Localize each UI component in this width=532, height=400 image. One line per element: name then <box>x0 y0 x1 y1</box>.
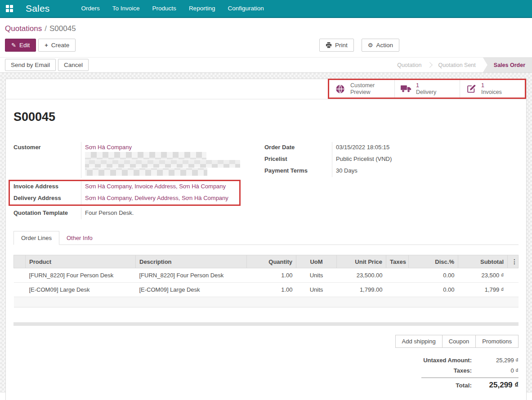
order-lines-table: Product Description Quantity UoM Unit Pr… <box>13 255 519 307</box>
left-field-group: Customer Sơn Hà Company Invoice Address … <box>13 142 252 219</box>
table-header-row: Product Description Quantity UoM Unit Pr… <box>14 255 519 268</box>
printer-icon <box>326 42 332 48</box>
order-date-value: 03/15/2022 18:05:15 <box>332 142 519 154</box>
cell-subtotal: 23,500 ₫ <box>458 268 508 283</box>
nav-item-products[interactable]: Products <box>146 0 183 18</box>
redacted-address-block <box>85 152 252 176</box>
column-uom[interactable]: UoM <box>296 255 337 268</box>
cell-uom: Units <box>296 268 337 283</box>
breadcrumb-current: S00045 <box>49 24 76 33</box>
taxes-value: 0 ₫ <box>472 367 519 374</box>
invoice-address-row: Invoice Address Sơn Hà Company, Invoice … <box>13 181 239 193</box>
step-quotation[interactable]: Quotation <box>390 58 429 72</box>
column-taxes[interactable]: Taxes <box>386 255 409 268</box>
delivery-address-link[interactable]: Sơn Hà Company, Delivery Address, Sơn Hà… <box>85 195 228 201</box>
empty-table-row <box>14 297 519 307</box>
delivery-button[interactable]: 1 Delivery <box>394 80 460 98</box>
invoices-label: Invoices <box>481 89 502 95</box>
cell-disc: 0.00 <box>409 283 458 297</box>
delivery-count: 1 <box>416 82 436 89</box>
nav-item-reporting[interactable]: Reporting <box>183 0 222 18</box>
customer-preview-label-1: Customer <box>350 82 375 89</box>
nav-item-to-invoice[interactable]: To Invoice <box>106 0 146 18</box>
customer-link[interactable]: Sơn Hà Company <box>85 144 132 151</box>
cell-quantity: 1.00 <box>247 283 296 297</box>
delivery-address-row: Delivery Address Sơn Hà Company, Deliver… <box>13 193 239 204</box>
cell-quantity: 1.00 <box>247 268 296 283</box>
customer-label: Customer <box>13 142 81 178</box>
nav-item-configuration[interactable]: Configuration <box>221 0 270 18</box>
cell-taxes <box>386 283 409 297</box>
globe-icon <box>335 84 346 94</box>
pricelist-label: Pricelist <box>264 154 332 165</box>
order-date-label: Order Date <box>264 142 332 154</box>
column-disc[interactable]: Disc.% <box>409 255 458 268</box>
promotions-button[interactable]: Promotions <box>475 335 519 348</box>
untaxed-amount-value: 25,299 ₫ <box>472 357 519 364</box>
plus-icon: + <box>45 42 48 48</box>
totals-block: Untaxed Amount: 25,299 ₫ Taxes: 0 ₫ Tota… <box>13 355 519 391</box>
order-line-row[interactable]: [E-COM09] Large Desk [E-COM09] Large Des… <box>14 283 519 297</box>
action-button-label: Action <box>376 42 393 49</box>
column-product[interactable]: Product <box>26 255 136 268</box>
column-options-icon[interactable]: ⋮ <box>511 258 518 265</box>
address-annotation-box: Invoice Address Sơn Hà Company, Invoice … <box>9 180 241 206</box>
content-background: Customer Preview 1 Delivery <box>0 73 532 393</box>
action-button-row: ✎ Edit + Create Print ⚙ Action <box>5 39 527 52</box>
cancel-button[interactable]: Cancel <box>58 59 89 71</box>
step-sales-order-active[interactable]: Sales Order <box>483 58 532 72</box>
total-label: Total: <box>456 382 472 389</box>
cell-description: [E-COM09] Large Desk <box>136 283 247 297</box>
cell-product: [E-COM09] Large Desk <box>26 283 136 297</box>
invoice-address-label: Invoice Address <box>13 181 81 193</box>
edit-button[interactable]: ✎ Edit <box>5 39 36 52</box>
taxes-row: Taxes: 0 ₫ <box>454 365 519 376</box>
print-button-label: Print <box>335 42 348 49</box>
add-shipping-button[interactable]: Add shipping <box>395 335 443 348</box>
untaxed-amount-label: Untaxed Amount: <box>423 357 472 364</box>
column-quantity[interactable]: Quantity <box>247 255 296 268</box>
delivery-address-label: Delivery Address <box>13 193 81 204</box>
step-quotation-sent[interactable]: Quotation Sent <box>431 58 483 72</box>
truck-icon <box>401 84 411 94</box>
total-row: Total: 25,299 ₫ <box>456 379 519 391</box>
cell-subtotal: 1,799 ₫ <box>458 283 508 297</box>
section-divider <box>13 322 519 326</box>
delivery-label: Delivery <box>416 89 436 95</box>
handle-column-header <box>14 255 26 268</box>
column-description[interactable]: Description <box>136 255 247 268</box>
smart-button-row: Customer Preview 1 Delivery <box>6 79 526 99</box>
edit-button-label: Edit <box>19 42 30 49</box>
invoices-button[interactable]: 1 Invoices <box>460 80 525 98</box>
column-subtotal[interactable]: Subtotal <box>458 255 508 268</box>
invoice-address-link[interactable]: Sơn Hà Company, Invoice Address, Sơn Hà … <box>85 183 226 190</box>
gear-icon: ⚙ <box>368 42 373 48</box>
status-steps: Quotation Quotation Sent Sales Order <box>390 58 532 72</box>
untaxed-amount-row: Untaxed Amount: 25,299 ₫ <box>423 355 519 365</box>
print-button[interactable]: Print <box>319 39 354 52</box>
quotation-template-row: Quotation Template Four Person Desk. <box>13 208 252 219</box>
order-line-row[interactable]: [FURN_8220] Four Person Desk [FURN_8220]… <box>14 268 519 283</box>
create-button[interactable]: + Create <box>38 39 76 52</box>
form-sheet: Customer Preview 1 Delivery <box>5 79 527 400</box>
tab-other-info[interactable]: Other Info <box>59 231 100 244</box>
nav-item-orders[interactable]: Orders <box>75 0 106 18</box>
pencil-icon: ✎ <box>11 42 16 48</box>
payment-terms-value: 30 Days <box>332 165 519 177</box>
order-date-row: Order Date 03/15/2022 18:05:15 <box>264 142 519 154</box>
smart-buttons-annotation-box: Customer Preview 1 Delivery <box>328 79 526 99</box>
create-button-label: Create <box>51 42 70 49</box>
cell-description: [FURN_8220] Four Person Desk <box>136 268 247 283</box>
payment-terms-label: Payment Terms <box>264 165 332 177</box>
send-by-email-button[interactable]: Send by Email <box>5 59 56 71</box>
column-unit-price[interactable]: Unit Price <box>337 255 386 268</box>
top-navbar: Sales Orders To Invoice Products Reporti… <box>0 0 532 18</box>
breadcrumb-quotations-link[interactable]: Quotations <box>5 24 42 33</box>
tab-order-lines[interactable]: Order Lines <box>13 231 59 245</box>
customer-preview-button[interactable]: Customer Preview <box>329 80 394 98</box>
coupon-button[interactable]: Coupon <box>442 335 476 348</box>
action-button[interactable]: ⚙ Action <box>362 39 399 52</box>
breadcrumb-separator: / <box>45 24 47 33</box>
apps-grid-icon[interactable] <box>6 5 13 12</box>
totals-separator <box>421 378 519 378</box>
